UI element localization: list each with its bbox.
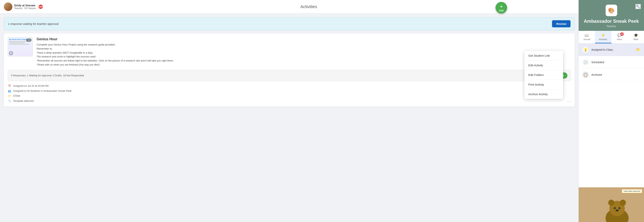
list-item-assigned[interactable]: 💡 Assigned to Class 📁 xyxy=(579,44,644,56)
add-label: Add xyxy=(499,9,504,12)
context-menu: Get Student Link Edit Activity Edit Fold… xyxy=(524,51,563,99)
tab-skills[interactable]: 🎓 Skills xyxy=(628,31,644,43)
page-title: Activities xyxy=(43,4,574,9)
inbox-badge: 20 xyxy=(620,32,624,36)
responses-text: 0 Responses, 1 Waiting for Approval, 0 D… xyxy=(11,74,84,77)
content-area: 1 response waiting for teacher approval … xyxy=(0,14,578,222)
journal-label: Journal xyxy=(583,38,590,40)
notification-badge: 309 xyxy=(38,4,43,9)
preview-sticky: make ideas awesome xyxy=(622,189,642,193)
context-menu-item-archive[interactable]: Archive Activity xyxy=(524,90,563,99)
folder-name: STEM xyxy=(13,94,20,97)
sidebar-title: Ambassador Sneak Peek xyxy=(584,18,639,24)
assigned-to: Assigned to All Students in Ambassador S… xyxy=(13,90,72,92)
user-text: Emily at Seesaw Teacher · 50 Classes xyxy=(14,4,36,10)
thumb-counter: 1/6 xyxy=(26,38,32,42)
avatar xyxy=(4,2,12,11)
responses-bar: 0 Responses, 1 Waiting for Approval, 0 D… xyxy=(8,70,571,81)
sidebar-list: 💡 Assigned to Class 📁 🕐 Scheduled 📋 Arch… xyxy=(579,44,644,187)
folder-action-icon[interactable]: 📁 xyxy=(636,48,640,52)
user-role: Teacher · 50 Classes xyxy=(14,7,36,10)
sidebar-logo: 🎨 xyxy=(606,4,617,16)
svg-point-4 xyxy=(620,200,626,206)
assigned-text: Assigned to Class xyxy=(591,48,613,51)
add-button[interactable]: + Add xyxy=(496,2,507,14)
archived-icon: 📋 xyxy=(582,72,589,78)
sidebar-subtitle: Teacher xyxy=(606,25,616,28)
journal-icon: 📖 xyxy=(584,33,589,38)
assigned-icon: 💡 xyxy=(582,47,589,53)
add-icon: + xyxy=(500,4,503,10)
svg-point-5 xyxy=(614,207,616,209)
approval-text: 1 response waiting for teacher approval xyxy=(8,22,58,26)
skills-icon: 🎓 xyxy=(634,33,638,38)
meta-row-folder: 📁 STEM xyxy=(8,94,571,98)
sidebar-nav: 📖 Journal ⚡ Activities 💬 Inbox 20 🎓 Skil… xyxy=(579,31,644,44)
card-top: My Genius Hour Project 1/6 🔗 Genius Hour… xyxy=(8,37,571,67)
assigned-date: Assigned on Jul 24 at 03:08 PM xyxy=(13,84,48,87)
user-info: Emily at Seesaw Teacher · 50 Classes 309 xyxy=(4,2,43,11)
thumb-title: My Genius Hour Project xyxy=(9,38,26,40)
review-button[interactable]: Review xyxy=(552,20,570,27)
three-dots-button[interactable]: ··· xyxy=(567,99,572,104)
inbox-label: Inbox xyxy=(617,38,622,40)
logo-emoji: 🎨 xyxy=(608,7,615,14)
thumb-line-2 xyxy=(9,42,25,43)
activities-icon: ⚡ xyxy=(601,33,605,38)
template-text: Template attached xyxy=(13,100,34,102)
card-content: Genius Hour Complete your Genius Hour Pr… xyxy=(37,37,571,67)
context-menu-item-edit-activity[interactable]: Edit Activity xyxy=(524,60,563,70)
meta-row-assigned: 👥 Assigned to All Students in Ambassador… xyxy=(8,89,571,93)
group-icon: 👥 xyxy=(8,89,11,93)
svg-point-7 xyxy=(616,210,618,212)
tab-activities[interactable]: ⚡ Activities xyxy=(595,31,612,43)
approval-banner: 1 response waiting for teacher approval … xyxy=(4,17,574,30)
sidebar-header: 🔧 🎨 Ambassador Sneak Peek Teacher xyxy=(579,0,644,31)
scheduled-icon: 🕐 xyxy=(582,59,589,65)
paperclip-icon: 📎 xyxy=(8,99,11,103)
activity-description: Complete your Genius Hour Project using … xyxy=(37,43,571,67)
context-menu-item-edit-folders[interactable]: Edit Folders xyxy=(524,70,563,80)
thumb-line-1 xyxy=(9,41,29,42)
activity-title: Genius Hour xyxy=(37,37,571,41)
user-name: Emily at Seesaw xyxy=(14,4,36,7)
sidebar-preview: make ideas awesome xyxy=(579,187,644,222)
context-menu-item-get-link[interactable]: Get Student Link xyxy=(524,51,563,60)
settings-button[interactable]: 🔧 xyxy=(635,4,641,9)
tab-journal[interactable]: 📖 Journal xyxy=(579,31,595,43)
preview-image: make ideas awesome xyxy=(579,187,644,222)
meta-info: 📅 Assigned on Jul 24 at 03:08 PM 👥 Assig… xyxy=(8,84,571,103)
scheduled-text: Scheduled xyxy=(591,61,604,64)
svg-point-3 xyxy=(608,200,614,206)
right-sidebar: 🔧 🎨 Ambassador Sneak Peek Teacher 📖 Jour… xyxy=(578,0,644,222)
thumb-link-icon: 🔗 xyxy=(9,51,13,55)
calendar-icon: 📅 xyxy=(8,84,11,88)
activity-card: My Genius Hour Project 1/6 🔗 Genius Hour… xyxy=(4,33,574,106)
folder-icon: 📁 xyxy=(8,94,11,98)
activities-label: Activities xyxy=(599,38,607,40)
meta-row-date: 📅 Assigned on Jul 24 at 03:08 PM xyxy=(8,84,571,88)
tab-inbox[interactable]: 💬 Inbox 20 xyxy=(612,31,628,43)
thumb-line-3 xyxy=(9,44,29,44)
meta-row-template: 📎 Template attached xyxy=(8,99,571,103)
activity-thumbnail: My Genius Hour Project 1/6 🔗 xyxy=(8,37,33,56)
context-menu-item-print[interactable]: Print Activity xyxy=(524,80,563,90)
archived-text: Archived xyxy=(591,73,602,76)
svg-point-6 xyxy=(618,207,620,209)
top-header: Emily at Seesaw Teacher · 50 Classes 309… xyxy=(0,0,578,14)
skills-label: Skills xyxy=(634,38,638,40)
list-item-archived[interactable]: 📋 Archived xyxy=(579,68,644,81)
list-item-scheduled[interactable]: 🕐 Scheduled xyxy=(579,56,644,68)
